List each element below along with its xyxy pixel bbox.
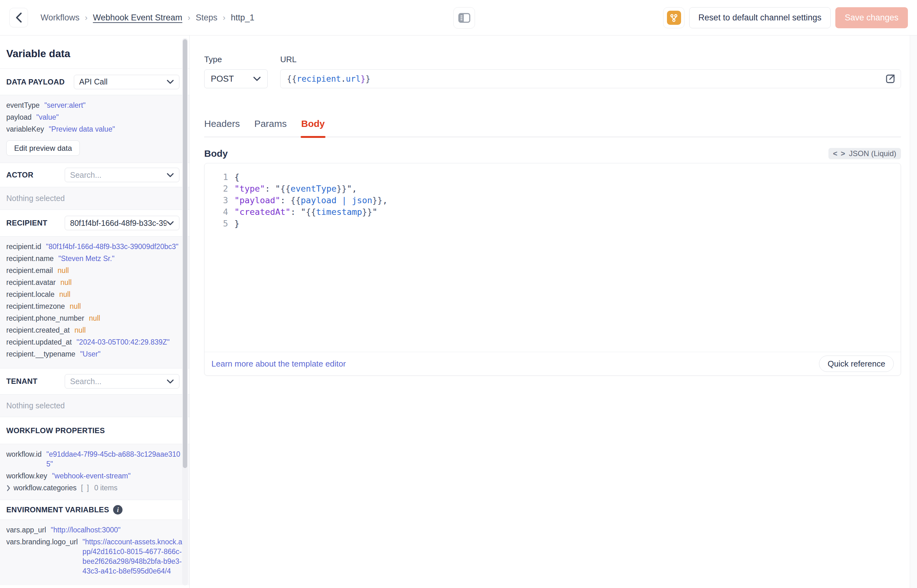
http-method-value: POST [211, 74, 234, 84]
recipient-select[interactable]: 80f1f4bf-166d-48f9-b33c-39009df20bc3 [65, 216, 179, 230]
code-line: 4"createdAt": "{{timestamp}}" [205, 206, 901, 218]
data-payload-label: DATA PAYLOAD [6, 78, 65, 86]
save-changes-button[interactable]: Save changes [835, 7, 908, 28]
kv-value: null [70, 302, 81, 311]
workflow-step-editor: Workflows›Webhook Event Stream›Steps›htt… [0, 0, 917, 588]
panel-layout-icon [458, 12, 471, 24]
type-field: Type POST [204, 55, 268, 88]
format-badge: < > JSON (Liquid) [828, 148, 901, 159]
code-line-content: { [228, 171, 239, 183]
code-token: eventType [291, 184, 336, 194]
chevron-down-icon [166, 221, 174, 226]
url-label: URL [280, 55, 901, 65]
back-button[interactable] [10, 8, 28, 27]
kv-value: "server:alert" [44, 100, 86, 110]
actor-empty-state: Nothing selected [0, 187, 189, 210]
tenant-search-select[interactable]: Search... [65, 374, 179, 389]
recipient-selected-value: 80f1f4bf-166d-48f9-b33c-39009df20bc3 [70, 219, 166, 228]
breadcrumb-item-workflows[interactable]: Workflows [40, 13, 79, 23]
git-branch-badge [667, 11, 681, 25]
kv-value: "2024-03-05T00:42:29.839Z" [76, 338, 170, 347]
code-line: 3"payload": {{payload | json}}, [205, 194, 901, 206]
info-icon[interactable]: i [113, 505, 123, 515]
code-token: , [382, 195, 387, 205]
workflow-categories-row[interactable]: workflow.categories [ ] 0 items [6, 483, 183, 493]
kv-key: eventType [6, 100, 44, 110]
tab-params[interactable]: Params [254, 118, 286, 137]
kv-row: workflow.key"webhook-event-stream" [6, 471, 183, 481]
kv-row: recipient.avatarnull [6, 278, 183, 288]
actor-label: ACTOR [6, 171, 33, 179]
code-line: 1{ [205, 171, 901, 183]
kv-key: variableKey [6, 124, 49, 134]
reset-channel-settings-button[interactable]: Reset to default channel settings [689, 7, 831, 28]
code-line-content: "payload": {{payload | json}}, [228, 194, 387, 206]
tenant-row: TENANT Search... [0, 368, 189, 394]
sidebar-title: Variable data [0, 36, 189, 68]
kv-key: recipient.name [6, 254, 58, 263]
edit-preview-data-button[interactable]: Edit preview data [6, 141, 80, 156]
body-section-header: Body < > JSON (Liquid) [204, 148, 901, 159]
breadcrumb-separator-icon: › [187, 13, 191, 23]
kv-value: "https://account-assets.knock.app/42d161… [82, 537, 183, 576]
kv-key: payload [6, 113, 36, 122]
workflow-properties-panel: workflow.id"e91ddae4-7f99-45cb-a688-3c12… [0, 444, 189, 500]
code-token: "payload" [234, 195, 280, 205]
kv-key: recipient.timezone [6, 302, 70, 311]
kv-row: recipient.updated_at"2024-03-05T00:42:29… [6, 338, 183, 347]
template-editor-docs-link[interactable]: Learn more about the template editor [211, 359, 346, 369]
environment-variables-label: ENVIRONMENT VARIABLES [6, 506, 109, 514]
code-line-content: "createdAt": "{{timestamp}}" [228, 206, 377, 218]
url-field: URL {{recipient.url}} [280, 55, 901, 88]
sidebar-toggle-button[interactable] [453, 7, 475, 29]
main-scrollbar-track[interactable] [910, 36, 917, 588]
kv-value: "webhook-event-stream" [52, 471, 130, 481]
code-token: " [372, 207, 377, 217]
kv-value: "e91ddae4-7f99-45cb-a688-3c129aae3105" [46, 449, 183, 469]
line-number: 3 [205, 194, 228, 206]
kv-key: workflow.categories [13, 483, 77, 493]
kv-value: "Preview data value" [49, 124, 115, 134]
breadcrumb-item-steps[interactable]: Steps [196, 13, 217, 23]
recipient-fields: recipient.id"80f1f4bf-166d-48f9-b33c-390… [6, 242, 183, 359]
code-token: | [336, 195, 352, 205]
categories-count: 0 items [94, 483, 118, 493]
http-method-select[interactable]: POST [204, 69, 268, 88]
breadcrumb: Workflows›Webhook Event Stream›Steps›htt… [40, 13, 255, 23]
tab-body[interactable]: Body [301, 118, 325, 137]
code-token: " [301, 207, 306, 217]
kv-value: null [89, 313, 100, 323]
git-branch-icon [670, 13, 678, 22]
back-chevron-icon [15, 12, 22, 23]
kv-key: vars.app_url [6, 525, 51, 535]
kv-value: "User" [80, 349, 100, 359]
kv-row: recipient.localenull [6, 289, 183, 299]
code-token: url [346, 74, 361, 84]
code-token: , [352, 184, 357, 194]
kv-key: recipient.__typename [6, 349, 80, 359]
actor-search-select[interactable]: Search... [65, 168, 179, 182]
body-code-editor[interactable]: 1{2"type": "{{eventType}}",3"payload": {… [205, 163, 901, 352]
kv-key: workflow.key [6, 471, 52, 481]
kv-row: eventType"server:alert" [6, 100, 183, 110]
external-link-icon[interactable] [885, 73, 896, 84]
version-control-button[interactable] [663, 7, 685, 28]
breadcrumb-separator-icon: › [85, 13, 88, 23]
quick-reference-button[interactable]: Quick reference [819, 355, 894, 372]
format-badge-label: JSON (Liquid) [849, 149, 896, 158]
tab-headers[interactable]: Headers [204, 118, 240, 137]
kv-key: recipient.avatar [6, 278, 60, 288]
line-number: 1 [205, 171, 228, 183]
topbar-actions: Reset to default channel settings Save c… [663, 7, 908, 28]
kv-key: recipient.locale [6, 289, 59, 299]
breadcrumb-item-http-1[interactable]: http_1 [231, 13, 255, 23]
breadcrumb-item-webhook-event-stream[interactable]: Webhook Event Stream [93, 13, 182, 23]
sidebar-scrollbar-thumb[interactable] [183, 39, 187, 468]
variable-data-sidebar: Variable data DATA PAYLOAD API Call even… [0, 36, 190, 588]
recipient-row: RECIPIENT 80f1f4bf-166d-48f9-b33c-39009d… [0, 210, 189, 236]
environment-variables-row: ENVIRONMENT VARIABLES i [0, 500, 189, 520]
code-line-content: } [228, 218, 239, 229]
url-input[interactable]: {{recipient.url}} [280, 69, 901, 88]
data-payload-select[interactable]: API Call [74, 75, 179, 89]
kv-value: null [60, 278, 72, 288]
